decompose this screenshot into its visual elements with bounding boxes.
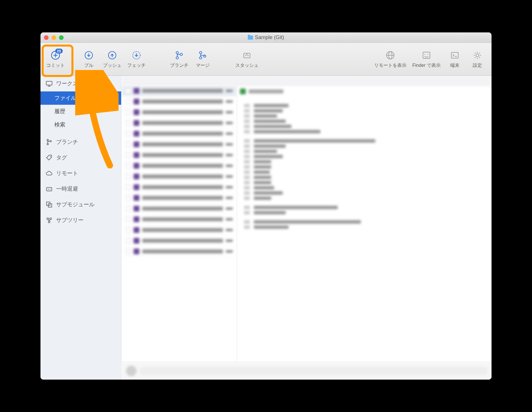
svg-point-13 — [245, 55, 246, 56]
folder-icon — [248, 36, 253, 40]
diff-header — [240, 89, 489, 94]
globe-icon — [385, 50, 396, 61]
svg-rect-31 — [47, 187, 52, 191]
sidebar-stashes[interactable]: 一時退避 — [40, 181, 121, 197]
file-list — [121, 86, 237, 362]
body: ワークスペース ファイルステ… 履歴 検索 ブランチ タグ — [40, 76, 492, 380]
sidebar-history[interactable]: 履歴 — [40, 105, 121, 118]
sidebar-branches[interactable]: ブランチ — [40, 134, 121, 150]
content-row — [121, 86, 492, 362]
pull-icon — [83, 50, 94, 61]
file-item[interactable] — [121, 150, 237, 161]
minimize-window-button[interactable] — [51, 35, 56, 40]
file-item[interactable] — [121, 246, 237, 257]
settings-label: 設定 — [473, 62, 482, 69]
svg-rect-24 — [46, 81, 52, 85]
file-item[interactable] — [121, 139, 237, 150]
sidebar-search[interactable]: 検索 — [40, 118, 121, 131]
push-button[interactable]: プッシュ — [101, 49, 123, 70]
settings-button[interactable]: 設定 — [467, 49, 487, 70]
file-item[interactable] — [121, 225, 237, 236]
branch-icon — [174, 50, 185, 61]
tag-icon — [46, 154, 53, 161]
svg-point-38 — [48, 221, 50, 223]
pull-label: プル — [84, 62, 93, 69]
user-avatar — [126, 366, 136, 376]
app-window: Sample (Git) 25 コミット プル プッシュ — [40, 32, 492, 380]
finder-icon — [421, 50, 432, 61]
svg-rect-19 — [423, 52, 430, 58]
show-finder-button[interactable]: Finder で表示 — [411, 49, 442, 70]
svg-point-6 — [176, 52, 178, 54]
svg-point-20 — [425, 54, 426, 55]
file-item[interactable] — [121, 171, 237, 182]
file-item[interactable] — [121, 107, 237, 118]
branch-button[interactable]: ブランチ — [168, 49, 190, 70]
svg-point-14 — [247, 55, 249, 56]
commit-button[interactable]: 25 コミット — [45, 49, 66, 70]
file-item[interactable] — [121, 236, 237, 246]
file-item[interactable] — [121, 86, 237, 96]
tags-label: タグ — [56, 154, 67, 161]
file-item[interactable] — [121, 96, 237, 107]
remotes-label: リモート — [56, 170, 78, 177]
svg-point-10 — [200, 57, 202, 59]
merge-icon — [197, 50, 208, 61]
show-remote-button[interactable]: リモートを表示 — [372, 49, 408, 70]
stash-icon — [46, 185, 53, 192]
file-item[interactable] — [121, 182, 237, 193]
svg-point-33 — [50, 189, 51, 190]
sidebar-workspace[interactable]: ワークスペース — [40, 76, 121, 91]
file-item[interactable] — [121, 193, 237, 203]
sidebar-subtrees[interactable]: サブツリー — [40, 212, 121, 228]
gear-icon — [472, 50, 483, 61]
submodules-label: サブモジュール — [56, 201, 95, 208]
svg-point-27 — [47, 139, 49, 141]
sidebar: ワークスペース ファイルステ… 履歴 検索 ブランチ タグ — [40, 76, 121, 380]
branch-label: ブランチ — [170, 62, 189, 69]
file-item[interactable] — [121, 118, 237, 128]
stash-button[interactable]: スタッシュ — [234, 49, 260, 70]
commit-label: コミット — [46, 62, 65, 69]
sidebar-tags[interactable]: タグ — [40, 150, 121, 165]
show-remote-label: リモートを表示 — [374, 62, 407, 69]
stash-icon — [241, 50, 252, 61]
file-header-row — [121, 76, 492, 86]
close-window-button[interactable] — [44, 35, 49, 40]
sidebar-file-status[interactable]: ファイルステ… — [40, 91, 121, 105]
file-item[interactable] — [121, 214, 237, 225]
fetch-button[interactable]: フェッチ — [125, 49, 147, 70]
toolbar: 25 コミット プル プッシュ フェッチ — [40, 43, 492, 76]
stash-label: スタッシュ — [235, 62, 258, 69]
svg-point-29 — [50, 141, 51, 142]
file-item[interactable] — [121, 203, 237, 214]
file-item[interactable] — [121, 161, 237, 171]
show-finder-label: Finder で表示 — [412, 62, 441, 69]
window-title-text: Sample (Git) — [255, 34, 284, 41]
svg-point-8 — [180, 53, 182, 56]
sidebar-remotes[interactable]: リモート — [40, 165, 121, 181]
pull-button[interactable]: プル — [79, 49, 99, 70]
svg-point-21 — [428, 54, 428, 55]
subtree-icon — [46, 217, 53, 224]
window-title: Sample (Git) — [40, 34, 492, 41]
fetch-icon — [131, 50, 142, 61]
svg-point-30 — [50, 156, 51, 157]
svg-point-15 — [246, 54, 247, 55]
window-controls — [44, 35, 64, 40]
sidebar-submodules[interactable]: サブモジュール — [40, 197, 121, 212]
file-item[interactable] — [121, 128, 237, 139]
commit-message-input[interactable] — [141, 367, 487, 374]
submodule-icon — [46, 201, 53, 208]
diff-panel — [237, 86, 492, 362]
zoom-window-button[interactable] — [59, 35, 64, 40]
push-label: プッシュ — [103, 62, 121, 69]
titlebar: Sample (Git) — [40, 32, 492, 43]
push-icon — [107, 50, 118, 61]
subtrees-label: サブツリー — [56, 216, 84, 224]
stashes-label: 一時退避 — [56, 185, 78, 193]
merge-button[interactable]: マージ — [193, 49, 213, 70]
terminal-button[interactable]: 端末 — [445, 49, 465, 70]
commit-count-badge: 25 — [55, 49, 63, 54]
merge-label: マージ — [196, 62, 210, 69]
